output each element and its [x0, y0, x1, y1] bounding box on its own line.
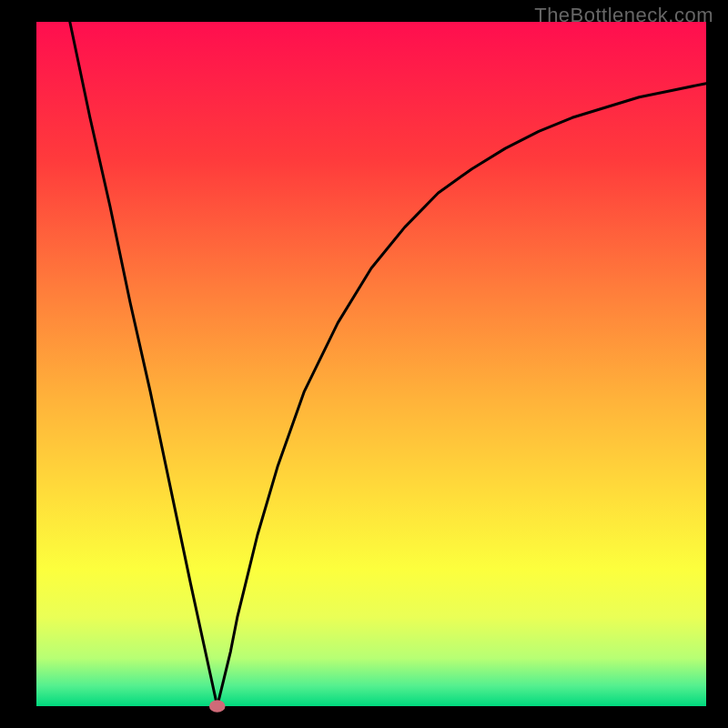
minimum-marker	[209, 700, 226, 713]
chart-frame: TheBottleneck.com	[0, 0, 728, 728]
watermark-text: TheBottleneck.com	[534, 4, 713, 27]
gradient-area	[36, 22, 706, 706]
bottleneck-chart	[0, 0, 728, 728]
